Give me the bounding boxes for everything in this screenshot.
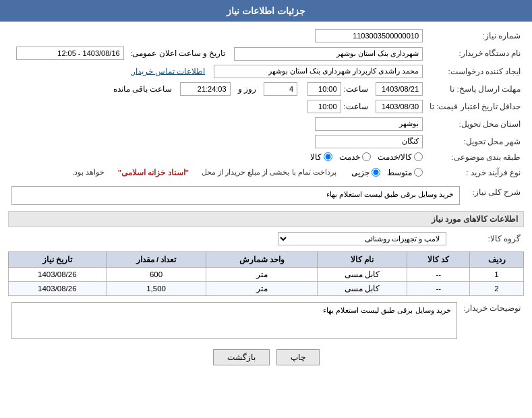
- shomare-niaz-label: شماره نیاز:: [426, 27, 524, 44]
- mohlat-roz-input[interactable]: [264, 82, 297, 96]
- mohlat-date-input[interactable]: [376, 82, 423, 96]
- mohlat-saat-label: ساعت:: [344, 84, 368, 94]
- mohlat-ersal-label: مهلت ارسال پاسخ: تا: [426, 80, 524, 98]
- radio-kala-khadamat-label: کالا/خدمت: [378, 152, 412, 162]
- shahr-input[interactable]: [315, 135, 423, 148]
- table-row: 1 -- کابل مسی متر 600 1403/08/26: [9, 268, 524, 282]
- radio-jozii-label: جزیی: [351, 168, 370, 177]
- radio-khadamat[interactable]: خدمت: [339, 152, 371, 162]
- radio-kala-label: کالا: [310, 152, 322, 162]
- cell-kod: --: [407, 268, 470, 282]
- radio-motavaset[interactable]: متوسط: [387, 168, 423, 177]
- shomare-niaz-input[interactable]: [315, 29, 423, 42]
- print-button[interactable]: چاپ: [276, 349, 320, 365]
- page-header: جزئیات اطلاعات نیاز: [0, 0, 532, 22]
- radio-motavaset-label: متوسط: [387, 168, 412, 177]
- cell-kod: --: [407, 282, 470, 296]
- radio-kala[interactable]: کالا: [310, 152, 332, 162]
- group-kala-label: گروه کالا:: [450, 230, 524, 247]
- radio-khadamat-input[interactable]: [362, 152, 371, 161]
- serh-value: خرید وسایل برقی طبق لیست استعلام بهاء: [11, 186, 460, 205]
- ostan-input[interactable]: [315, 117, 423, 131]
- ijad-konande-label: ایجاد کننده درخواست:: [426, 63, 524, 80]
- hadaghal-saat-label: ساعت:: [344, 102, 368, 111]
- ijad-konande-input[interactable]: [214, 65, 423, 78]
- asnad-link[interactable]: "اسناد خزانه اسلامی": [118, 168, 189, 177]
- cell-tedad: 600: [106, 268, 206, 282]
- col-vahed: واحد شمارش: [206, 252, 317, 268]
- goods-section-title: اطلاعات کالاهای مورد نیاز: [8, 211, 524, 227]
- cell-name: کابل مسی: [317, 282, 407, 296]
- page-title: جزئیات اطلاعات نیاز: [227, 5, 305, 16]
- shahr-label: شهر محل تحویل:: [426, 133, 524, 150]
- tarikh-label: تاریخ و ساعت اعلان عمومی:: [130, 49, 225, 57]
- radio-jozii[interactable]: جزیی: [351, 168, 380, 177]
- tazihaat-label: توضیحات خریدار:: [461, 300, 524, 341]
- mohlat-roz-label: روز و: [238, 84, 256, 94]
- mohlat-baqi-input[interactable]: [180, 82, 231, 96]
- tazihaat-value: خرید وسایل برقی طبق لیست استعلام بهاء: [11, 302, 457, 339]
- radio-kala-khadamat-input[interactable]: [414, 152, 423, 161]
- col-kod: کد کالا: [407, 252, 470, 268]
- asnad-note-suffix: خواهد بود.: [72, 167, 105, 178]
- group-kala-select[interactable]: لامپ و تجهیزات روشنائی: [278, 232, 446, 245]
- cell-name: کابل مسی: [317, 268, 407, 282]
- cell-vahed: متر: [206, 268, 317, 282]
- radio-jozii-input[interactable]: [372, 168, 380, 177]
- radio-motavaset-input[interactable]: [414, 168, 423, 177]
- nam-dastgah-input[interactable]: [234, 47, 423, 61]
- cell-tedad: 1,500: [106, 282, 206, 296]
- cell-radif: 1: [470, 268, 524, 282]
- farayand-note: پرداخت تمام با بخشی از مبلغ خریدار از مح…: [202, 167, 336, 178]
- hadaghal-tarikh-label: حداقل تاریخ اعتبار قیمت: تا: [426, 98, 524, 115]
- noe-farayand-label: نوع فرآیند خرید :: [426, 165, 524, 180]
- ostan-label: استان محل تحویل:: [426, 115, 524, 133]
- cell-radif: 2: [470, 282, 524, 296]
- back-button[interactable]: بازگشت: [213, 349, 270, 365]
- ettelaat-tamas-link[interactable]: اطلاعات تماس خریدار: [131, 67, 205, 75]
- tabaghe-bandi-label: طبقه بندی موضوعی:: [426, 150, 524, 165]
- col-name: نام کالا: [317, 252, 407, 268]
- tarikh-input[interactable]: [16, 47, 124, 60]
- col-radif: ردیف: [470, 252, 524, 268]
- col-tarikh: تاریخ نیاز: [9, 252, 107, 268]
- hadaghal-saat-input[interactable]: [307, 100, 341, 113]
- hadaghal-date-input[interactable]: [376, 100, 423, 113]
- serh-label: شرح کلی نیاز:: [463, 184, 524, 207]
- cell-vahed: متر: [206, 282, 317, 296]
- mohlat-saat-input[interactable]: [307, 82, 341, 96]
- cell-tarikh: 1403/08/26: [9, 268, 107, 282]
- nam-dastgah-label: نام دستگاه خریدار:: [426, 44, 524, 63]
- mohlat-baqi-label: ساعت باقی مانده: [113, 84, 172, 94]
- table-row: 2 -- کابل مسی متر 1,500 1403/08/26: [9, 282, 524, 296]
- radio-khadamat-label: خدمت: [339, 152, 360, 162]
- radio-kala-khadamat[interactable]: کالا/خدمت: [378, 152, 423, 162]
- radio-kala-input[interactable]: [324, 152, 332, 161]
- cell-tarikh: 1403/08/26: [9, 282, 107, 296]
- col-tedad: تعداد / مقدار: [106, 252, 206, 268]
